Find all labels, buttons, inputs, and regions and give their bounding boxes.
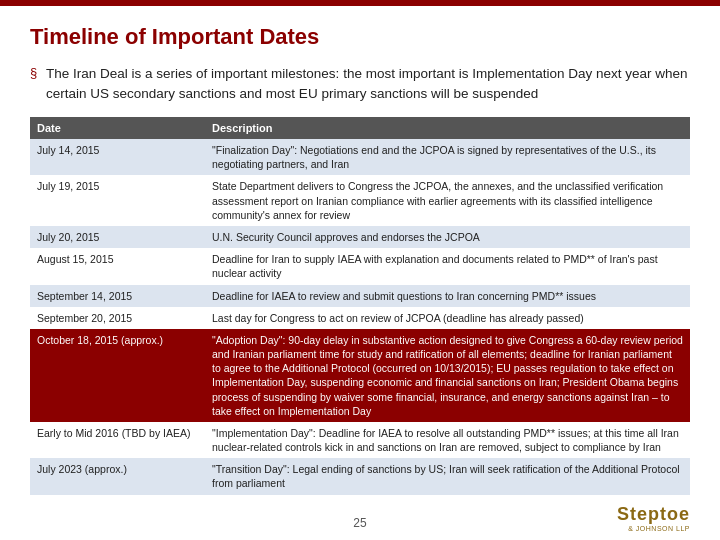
description-cell: "Finalization Day": Negotiations end and…	[205, 139, 690, 175]
description-cell: "Implementation Day": Deadline for IAEA …	[205, 422, 690, 458]
timeline-table: Date Description July 14, 2015"Finalizat…	[30, 117, 690, 494]
table-row: July 2023 (approx.)"Transition Day": Leg…	[30, 458, 690, 494]
table-row: September 14, 2015Deadline for IAEA to r…	[30, 285, 690, 307]
footer: 25	[0, 516, 720, 530]
description-cell: Last day for Congress to act on review o…	[205, 307, 690, 329]
table-row: July 19, 2015State Department delivers t…	[30, 175, 690, 226]
date-cell: July 19, 2015	[30, 175, 205, 226]
date-cell: October 18, 2015 (approx.)	[30, 329, 205, 422]
table-row: July 20, 2015U.N. Security Council appro…	[30, 226, 690, 248]
page-number: 25	[0, 516, 720, 530]
date-cell: July 14, 2015	[30, 139, 205, 175]
date-cell: August 15, 2015	[30, 248, 205, 284]
date-cell: Early to Mid 2016 (TBD by IAEA)	[30, 422, 205, 458]
logo-area: Steptoe & JOHNSON LLP	[617, 504, 690, 532]
table-header-row: Date Description	[30, 117, 690, 139]
bullet-section: The Iran Deal is a series of important m…	[30, 64, 690, 103]
description-cell: U.N. Security Council approves and endor…	[205, 226, 690, 248]
table-row: Early to Mid 2016 (TBD by IAEA)"Implemen…	[30, 422, 690, 458]
description-cell: "Transition Day": Legal ending of sancti…	[205, 458, 690, 494]
table-row: July 14, 2015"Finalization Day": Negotia…	[30, 139, 690, 175]
bullet-text: The Iran Deal is a series of important m…	[30, 64, 690, 103]
date-cell: September 14, 2015	[30, 285, 205, 307]
description-cell: Deadline for IAEA to review and submit q…	[205, 285, 690, 307]
date-cell: September 20, 2015	[30, 307, 205, 329]
logo-main: Steptoe	[617, 504, 690, 525]
table-row: August 15, 2015Deadline for Iran to supp…	[30, 248, 690, 284]
date-cell: July 2023 (approx.)	[30, 458, 205, 494]
date-cell: July 20, 2015	[30, 226, 205, 248]
logo-sub: & JOHNSON LLP	[628, 525, 690, 532]
main-content: Timeline of Important Dates The Iran Dea…	[0, 6, 720, 505]
description-cell: State Department delivers to Congress th…	[205, 175, 690, 226]
page-title: Timeline of Important Dates	[30, 24, 690, 50]
description-cell: Deadline for Iran to supply IAEA with ex…	[205, 248, 690, 284]
table-row: October 18, 2015 (approx.)"Adoption Day"…	[30, 329, 690, 422]
table-row: September 20, 2015Last day for Congress …	[30, 307, 690, 329]
col-header-date: Date	[30, 117, 205, 139]
col-header-description: Description	[205, 117, 690, 139]
description-cell: "Adoption Day": 90-day delay in substant…	[205, 329, 690, 422]
